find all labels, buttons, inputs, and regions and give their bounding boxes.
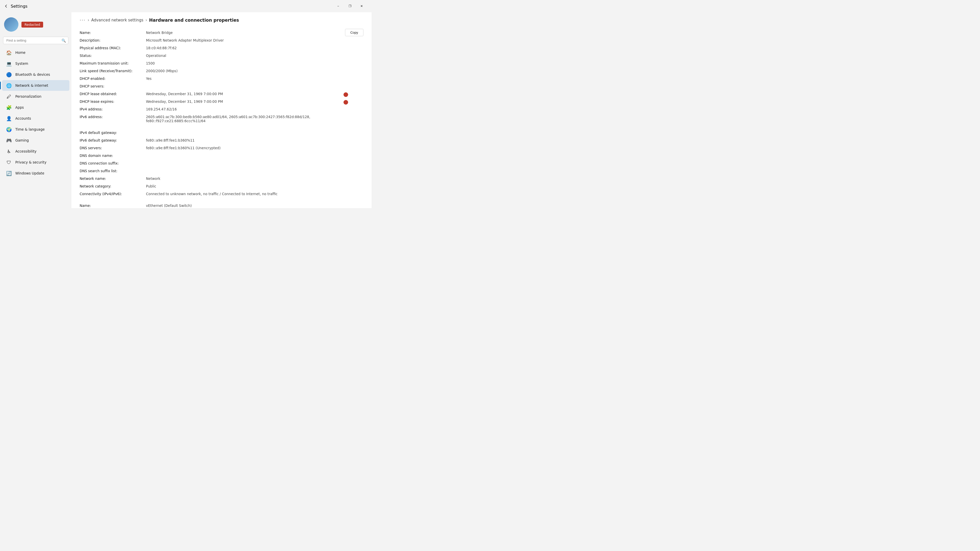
table-row: Name: Network Bridge	[80, 29, 363, 37]
sidebar-item-time[interactable]: 🌍 Time & language	[2, 124, 69, 135]
main-layout: Redacted 🔍 🏠 Home 💻 System 🔵 Bluetooth &…	[0, 12, 372, 208]
prop-value: 1500	[146, 61, 363, 65]
prop-label: DHCP servers:	[80, 84, 146, 88]
sidebar: Redacted 🔍 🏠 Home 💻 System 🔵 Bluetooth &…	[0, 12, 72, 208]
prop-value: 2000/2000 (Mbps)	[146, 69, 363, 73]
prop-value: 2605:a601:ac7b:300:bedb:b560:ae80:ad01/6…	[146, 115, 363, 123]
prop-label: Connectivity (IPv4/IPv6):	[80, 192, 146, 196]
prop-value: Operational	[146, 54, 363, 58]
back-icon[interactable]	[4, 4, 8, 8]
properties-section: Copy Name: Network Bridge Description: M…	[72, 27, 372, 208]
restore-button[interactable]: ❐	[344, 2, 356, 10]
app-title: Settings	[11, 4, 27, 9]
prop-value: Yes	[146, 76, 363, 81]
red-dot	[344, 100, 348, 105]
prop-divider-22	[80, 198, 363, 202]
nav-items-container: 🏠 Home 💻 System 🔵 Bluetooth & devices 🌐 …	[0, 47, 72, 179]
search-icon: 🔍	[62, 38, 66, 43]
table-row: DHCP lease expires: Wednesday, December …	[80, 98, 363, 105]
nav-label-privacy: Privacy & security	[15, 160, 46, 164]
nav-label-system: System	[15, 62, 28, 65]
properties-container: Name: Network Bridge Description: Micros…	[80, 29, 363, 208]
prop-value: vEthernet (Default Switch)	[146, 203, 363, 208]
nav-icon-bluetooth: 🔵	[6, 72, 12, 77]
prop-value: Microsoft Network Adapter Multiplexor Dr…	[146, 38, 363, 42]
red-dot	[344, 92, 348, 97]
sidebar-item-accounts[interactable]: 👤 Accounts	[2, 113, 69, 124]
prop-value: 18:c0:4d:88:7f:62	[146, 46, 363, 50]
breadcrumb: ··· › Advanced network settings › Hardwa…	[72, 12, 372, 27]
table-row: DNS servers: fe80::a9e:8ff:fee1:b360%11 …	[80, 144, 363, 152]
table-row: Physical address (MAC): 18:c0:4d:88:7f:6…	[80, 44, 363, 52]
table-row: Status: Operational	[80, 52, 363, 59]
table-row: DNS search suffix list:	[80, 167, 363, 175]
nav-label-update: Windows Update	[15, 171, 44, 175]
table-row: IPv4 default gateway:	[80, 129, 363, 137]
sidebar-item-privacy[interactable]: 🛡 Privacy & security	[2, 157, 69, 168]
nav-icon-privacy: 🛡	[6, 159, 12, 165]
prop-label: IPv4 address:	[80, 107, 146, 111]
user-name: Redacted	[21, 22, 43, 27]
prop-label: Link speed (Receive/Transmit):	[80, 69, 146, 73]
minimize-button[interactable]: −	[332, 2, 344, 10]
nav-icon-network: 🌐	[6, 83, 12, 88]
prop-value: fe80::a9e:8ff:fee1:b360%11 (Unencrypted)	[146, 146, 363, 150]
sidebar-item-apps[interactable]: 🧩 Apps	[2, 102, 69, 113]
prop-value: Wednesday, December 31, 1969 7:00:00 PM	[146, 92, 363, 96]
nav-icon-update: 🔄	[6, 170, 12, 176]
prop-value: 169.254.47.62/16	[146, 107, 363, 111]
table-row: DHCP servers:	[80, 83, 363, 90]
prop-value: Wednesday, December 31, 1969 7:00:00 PM	[146, 100, 363, 103]
prop-label: Status:	[80, 54, 146, 58]
avatar-image	[4, 17, 18, 32]
nav-label-apps: Apps	[15, 105, 24, 110]
search-box: 🔍	[3, 37, 68, 44]
nav-label-network: Network & internet	[15, 83, 48, 87]
prop-value: fe80::a9e:8ff:fee1:b360%11	[146, 138, 363, 142]
sidebar-item-system[interactable]: 💻 System	[2, 58, 69, 69]
close-button[interactable]: ✕	[356, 2, 368, 10]
table-row: Network name: Network	[80, 175, 363, 183]
sidebar-item-home[interactable]: 🏠 Home	[2, 47, 69, 58]
nav-label-gaming: Gaming	[15, 138, 29, 142]
prop-value: Network	[146, 176, 363, 181]
table-row: Link speed (Receive/Transmit): 2000/2000…	[80, 67, 363, 75]
nav-icon-personalization: 🖊	[6, 94, 12, 99]
nav-icon-gaming: 🎮	[6, 138, 12, 143]
nav-icon-home: 🏠	[6, 50, 12, 56]
sidebar-item-accessibility[interactable]: ♿ Accessibility	[2, 146, 69, 157]
prop-label: Network name:	[80, 176, 146, 181]
prop-label: DHCP enabled:	[80, 76, 146, 81]
prop-divider-12	[80, 125, 363, 129]
nav-icon-accessibility: ♿	[6, 148, 12, 154]
prop-label: IPv6 address:	[80, 115, 146, 119]
table-row: Network category: Public	[80, 183, 363, 190]
sidebar-item-personalization[interactable]: 🖊 Personalization	[2, 91, 69, 102]
prop-label: DNS servers:	[80, 146, 146, 150]
prop-label: DNS connection suffix:	[80, 161, 146, 165]
nav-label-personalization: Personalization	[15, 94, 41, 98]
search-input[interactable]	[3, 37, 68, 44]
prop-value: Connected to unknown network, no traffic…	[146, 192, 363, 196]
nav-icon-system: 💻	[6, 61, 12, 66]
table-row: DHCP enabled: Yes	[80, 75, 363, 83]
nav-icon-apps: 🧩	[6, 105, 12, 110]
sidebar-item-bluetooth[interactable]: 🔵 Bluetooth & devices	[2, 69, 69, 80]
sidebar-item-update[interactable]: 🔄 Windows Update	[2, 168, 69, 179]
breadcrumb-sep-1: ›	[88, 17, 89, 22]
sidebar-item-network[interactable]: 🌐 Network & internet	[2, 80, 69, 91]
table-row: Name: vEthernet (Default Switch)	[80, 202, 363, 208]
title-bar-controls: − ❐ ✕	[332, 2, 368, 10]
title-bar: Settings − ❐ ✕	[0, 0, 372, 12]
table-row: DNS domain name:	[80, 152, 363, 159]
nav-label-accessibility: Accessibility	[15, 149, 37, 153]
content-area: ··· › Advanced network settings › Hardwa…	[72, 12, 372, 208]
user-section: Redacted	[0, 14, 72, 36]
prop-value: Public	[146, 184, 363, 188]
prop-label: DHCP lease obtained:	[80, 92, 146, 96]
sidebar-item-gaming[interactable]: 🎮 Gaming	[2, 135, 69, 146]
nav-label-time: Time & language	[15, 127, 45, 131]
prop-label: Description:	[80, 38, 146, 42]
breadcrumb-parent[interactable]: Advanced network settings	[91, 18, 143, 22]
table-row: DNS connection suffix:	[80, 159, 363, 167]
